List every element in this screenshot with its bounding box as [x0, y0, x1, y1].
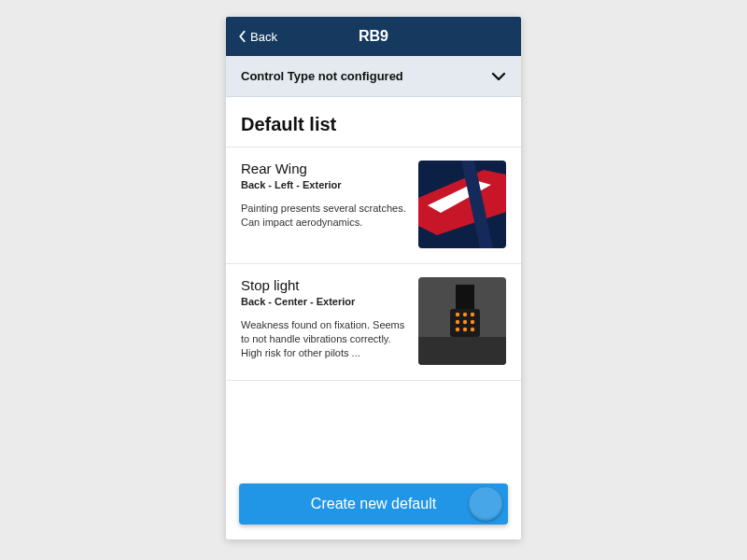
svg-point-9 [456, 313, 459, 316]
app-frame: Back RB9 Control Type not configured Def… [226, 17, 521, 539]
item-title: Rear Wing [241, 161, 409, 176]
list-item[interactable]: Rear Wing Back - Left - Exterior Paintin… [226, 147, 521, 264]
item-body: Stop light Back - Center - Exterior Weak… [241, 277, 409, 365]
svg-rect-6 [418, 337, 506, 365]
svg-point-11 [471, 313, 474, 316]
item-title: Stop light [241, 277, 409, 293]
svg-point-14 [471, 320, 474, 324]
item-thumbnail [418, 277, 506, 365]
selector-label: Control Type not configured [241, 69, 403, 83]
create-default-button[interactable]: Create new default [239, 483, 508, 525]
svg-point-13 [463, 320, 467, 324]
navbar: Back RB9 [226, 17, 521, 56]
svg-point-17 [471, 328, 474, 331]
chevron-down-icon [491, 71, 506, 82]
footer: Create new default [226, 483, 521, 539]
item-body: Rear Wing Back - Left - Exterior Paintin… [241, 161, 409, 248]
item-location: Back - Left - Exterior [241, 179, 409, 190]
svg-point-16 [463, 328, 467, 331]
page-title: RB9 [237, 28, 510, 45]
control-type-selector[interactable]: Control Type not configured [226, 56, 521, 97]
list-item[interactable]: Stop light Back - Center - Exterior Weak… [226, 264, 521, 381]
defaults-list: Rear Wing Back - Left - Exterior Paintin… [226, 147, 521, 483]
item-description: Painting presents several scratches. Can… [241, 202, 409, 230]
svg-point-10 [463, 313, 467, 316]
item-location: Back - Center - Exterior [241, 296, 409, 307]
item-description: Weakness found on fixation. Seems to not… [241, 318, 409, 360]
back-label: Back [250, 30, 277, 44]
item-thumbnail [418, 161, 506, 248]
stop-light-image [418, 277, 506, 365]
cta-knob-icon [469, 487, 502, 521]
svg-point-12 [456, 320, 459, 324]
section-title: Default list [226, 97, 521, 147]
back-button[interactable]: Back [237, 30, 277, 44]
cta-label: Create new default [311, 496, 436, 511]
svg-point-15 [456, 328, 459, 331]
chevron-left-icon [237, 30, 247, 43]
rear-wing-image [418, 161, 506, 248]
